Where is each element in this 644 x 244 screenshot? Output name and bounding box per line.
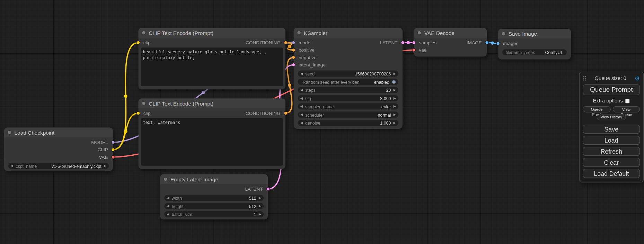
widget-width[interactable]: ◀ width 512 ▶ [164, 195, 264, 201]
refresh-button[interactable]: Refresh [583, 147, 640, 156]
clear-button[interactable]: Clear [583, 158, 640, 167]
arrow-right-icon[interactable]: ▶ [394, 105, 396, 108]
output-slot-label: LATENT [380, 40, 397, 45]
widget-sampler-name[interactable]: ◀ sampler_name euler ▶ [298, 103, 398, 110]
slot-dot-image-output[interactable] [485, 41, 489, 45]
arrow-right-icon[interactable]: ▶ [394, 72, 396, 75]
widget-ckpt-name[interactable]: ◀ ckpt_name v1-5-pruned-emaonly.ckpt ▶ [8, 163, 109, 169]
node-empty-latent-image[interactable]: Empty Latent Image LATENT ◀ width 512 ▶ … [160, 174, 268, 219]
node-graph-canvas[interactable]: Load Checkpoint MODEL CLIP VAE ◀ ckpt_na… [0, 0, 644, 244]
widget-filename-prefix[interactable]: filename_prefix ComfyUI [502, 49, 567, 55]
collapse-dot[interactable] [164, 177, 168, 181]
widget-value: 20 [386, 88, 391, 92]
slot-dot-model[interactable] [111, 141, 115, 144]
widget-label: Random seed after every gen [303, 79, 360, 84]
slot-dot-conditioning-output[interactable] [284, 41, 288, 45]
view-history-button[interactable]: View History [597, 114, 626, 120]
slot-dot-clip-input[interactable] [136, 41, 140, 45]
slot-row: samples IMAGE [414, 39, 487, 46]
load-default-button[interactable]: Load Default [583, 169, 640, 178]
arrow-left-icon[interactable]: ◀ [300, 72, 303, 75]
input-slot-label: clip [143, 111, 150, 116]
arrow-right-icon[interactable]: ▶ [394, 113, 396, 116]
save-button[interactable]: Save [583, 125, 640, 134]
node-clip-text-encode-positive[interactable]: CLIP Text Encode (Prompt) clip CONDITION… [139, 28, 285, 90]
arrow-right-icon[interactable]: ▶ [259, 213, 261, 216]
widget-label: width [172, 196, 182, 200]
node-title-bar[interactable]: Empty Latent Image [160, 174, 268, 184]
node-title-bar[interactable]: CLIP Text Encode (Prompt) [139, 28, 285, 38]
view-queue-button[interactable]: View Queue [613, 106, 640, 112]
arrow-left-icon[interactable]: ◀ [167, 205, 169, 208]
widget-value: 512 [249, 204, 256, 208]
arrow-left-icon[interactable]: ◀ [300, 105, 303, 108]
node-ksampler[interactable]: KSampler model LATENT positive negative … [294, 28, 403, 129]
node-title: CLIP Text Encode (Prompt) [149, 100, 213, 107]
positive-prompt-textarea[interactable]: beautiful scenery nature glass bottle la… [141, 47, 283, 86]
slot-dot-samples-input[interactable] [412, 41, 416, 45]
node-title-bar[interactable]: CLIP Text Encode (Prompt) [139, 98, 285, 108]
node-load-checkpoint[interactable]: Load Checkpoint MODEL CLIP VAE ◀ ckpt_na… [4, 128, 113, 171]
arrow-left-icon[interactable]: ◀ [167, 213, 169, 216]
slot-dot-clip[interactable] [111, 148, 115, 152]
widget-steps[interactable]: ◀ steps 20 ▶ [298, 87, 398, 93]
widget-height[interactable]: ◀ height 512 ▶ [164, 203, 264, 209]
negative-prompt-textarea[interactable]: text, watermark [141, 118, 283, 165]
node-title-bar[interactable]: KSampler [294, 28, 403, 38]
slot-dot-latent-output[interactable] [401, 41, 405, 45]
gear-icon[interactable]: ⚙ [634, 75, 640, 81]
slot-dot-latent-image-input[interactable] [292, 63, 295, 67]
slot-dot-conditioning-output[interactable] [284, 111, 288, 115]
slot-dot-clip-input[interactable] [136, 111, 140, 115]
slot-dot-images-input[interactable] [496, 42, 500, 45]
arrow-left-icon[interactable]: ◀ [300, 97, 303, 100]
wire-midpoint-dot [491, 42, 494, 45]
slot-dot-positive-input[interactable] [292, 48, 295, 52]
node-title-bar[interactable]: Save Image [498, 29, 571, 38]
arrow-left-icon[interactable]: ◀ [300, 113, 303, 116]
node-clip-text-encode-negative[interactable]: CLIP Text Encode (Prompt) clip CONDITION… [139, 98, 285, 169]
collapse-dot[interactable] [142, 101, 146, 106]
load-button[interactable]: Load [583, 136, 640, 145]
collapse-dot[interactable] [417, 31, 422, 35]
wire-midpoint-dot [407, 41, 410, 44]
input-slot-label: clip [143, 40, 150, 45]
slot-dot-vae[interactable] [111, 155, 115, 159]
widget-cfg[interactable]: ◀ cfg 8.000 ▶ [298, 95, 398, 101]
widget-scheduler[interactable]: ◀ scheduler normal ▶ [298, 111, 398, 118]
arrow-right-icon[interactable]: ▶ [104, 164, 106, 168]
arrow-right-icon[interactable]: ▶ [259, 196, 261, 199]
collapse-dot[interactable] [142, 31, 146, 35]
node-title-bar[interactable]: VAE Decode [414, 28, 487, 38]
node-save-image[interactable]: Save Image images filename_prefix ComfyU… [498, 29, 571, 60]
arrow-right-icon[interactable]: ▶ [394, 88, 396, 91]
widget-random-seed-toggle[interactable]: Random seed after every gen enabled [298, 79, 398, 85]
extra-options-checkbox[interactable] [625, 99, 630, 103]
queue-front-button[interactable]: Queue Front [583, 106, 610, 112]
arrow-right-icon[interactable]: ▶ [394, 121, 396, 124]
widget-seed[interactable]: ◀ seed 156680208700286 ▶ [298, 71, 398, 77]
arrow-left-icon[interactable]: ◀ [11, 164, 13, 168]
collapse-dot[interactable] [502, 31, 506, 36]
slot-dot-latent-output[interactable] [266, 187, 270, 191]
widget-batch-size[interactable]: ◀ batch_size 1 ▶ [164, 211, 264, 217]
queue-prompt-button[interactable]: Queue Prompt [583, 84, 640, 95]
slot-dot-vae-input[interactable] [412, 48, 416, 52]
arrow-left-icon[interactable]: ◀ [300, 88, 303, 91]
node-title-bar[interactable]: Load Checkpoint [4, 128, 113, 137]
widget-denoise[interactable]: ◀ denoise 1.000 ▶ [298, 120, 398, 126]
arrow-right-icon[interactable]: ▶ [394, 97, 396, 100]
widget-value: normal [378, 112, 391, 117]
node-vae-decode[interactable]: VAE Decode samples IMAGE vae [414, 28, 487, 57]
slot-dot-negative-input[interactable] [292, 56, 295, 60]
input-slot-label: model [299, 40, 311, 45]
arrow-left-icon[interactable]: ◀ [300, 121, 303, 124]
toggle-knob-icon[interactable] [392, 80, 396, 84]
slot-dot-model-input[interactable] [292, 41, 295, 45]
arrow-right-icon[interactable]: ▶ [259, 205, 261, 208]
collapse-dot[interactable] [297, 31, 301, 35]
collapse-dot[interactable] [7, 130, 11, 135]
wire-midpoint-dot [124, 94, 127, 98]
arrow-left-icon[interactable]: ◀ [167, 196, 169, 199]
drag-handle-icon[interactable] [583, 75, 586, 81]
